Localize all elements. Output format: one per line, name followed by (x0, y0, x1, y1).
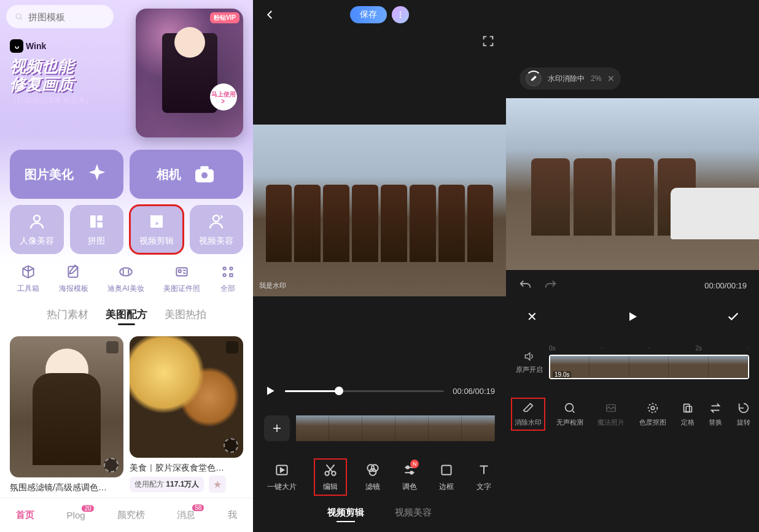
favorite-button[interactable]: ★ (209, 476, 226, 493)
tool-magic-photo[interactable]: 魔法照片 (597, 401, 625, 427)
tool-row: 人像美容 拼图 视频剪辑 视频美容 (0, 205, 253, 260)
feed-card[interactable]: 氛围感滤镜/高级感调色… (10, 336, 123, 493)
id-photo-button[interactable]: 美图证件照 (163, 264, 200, 294)
nav-plog[interactable]: Plog20 (67, 510, 85, 520)
promo-subtitle: （打造动态清晰·氛围美） (10, 95, 93, 106)
hero-banner: ᴗ Wink 视频也能 修复画质 （打造动态清晰·氛围美） 粉钻VIP 马上使用 (0, 9, 253, 113)
svg-point-35 (565, 404, 573, 412)
svg-point-38 (651, 406, 655, 410)
tool-border[interactable]: 边框 (438, 462, 454, 492)
clip-strip[interactable] (549, 355, 749, 379)
sound-icon (523, 350, 535, 363)
tool-edit[interactable]: 编辑 (317, 462, 343, 492)
save-button[interactable]: 保存 (350, 6, 387, 23)
vip-badge: 粉钻VIP (210, 12, 239, 23)
toolbox-button[interactable]: 工具箱 (17, 264, 39, 294)
edit-icon (66, 264, 82, 280)
svg-point-31 (407, 466, 409, 469)
svg-marker-25 (281, 468, 284, 472)
cancel-watermark-button[interactable]: ✕ (607, 74, 615, 83)
redo-icon[interactable] (544, 279, 558, 292)
promo-title-1: 视频也能 (10, 58, 93, 75)
video-beauty-icon (207, 212, 225, 231)
tool-filter[interactable]: 滤镜 (365, 462, 381, 492)
collage-button[interactable]: 拼图 (70, 205, 124, 254)
svg-rect-9 (150, 215, 163, 218)
magic-photo-icon (604, 401, 618, 415)
use-recipe-button[interactable]: 使用配方 117.1万人 (130, 477, 204, 492)
video-preview[interactable]: 我是水印 (253, 48, 506, 372)
status-percent: 2% (591, 74, 601, 83)
dior-ai-button[interactable]: 迪奥AI美妆 (107, 264, 144, 294)
svg-point-3 (201, 172, 208, 179)
tab-hot-material[interactable]: 热门素材 (47, 307, 88, 325)
plus-icon (271, 423, 282, 434)
clip-strip[interactable] (296, 415, 495, 441)
feed-title: 氛围感滤镜/高级感调色… (10, 482, 123, 493)
portrait-beauty-button[interactable]: 人像美容 (10, 205, 64, 254)
nav-messages[interactable]: 消息58 (177, 509, 195, 521)
tool-silent-detect[interactable]: 无声检测 (556, 401, 583, 427)
add-clip-button[interactable] (264, 415, 290, 441)
cube-icon (20, 264, 36, 280)
status-text: 水印消除中 (548, 74, 585, 84)
progress-slider[interactable] (285, 390, 444, 392)
video-editor-screen: 保存 我是水印 00:06/00:19 一键大片 编辑 滤镜 N调色 边框 (253, 0, 506, 532)
play-icon[interactable] (264, 385, 276, 397)
tab-recipe[interactable]: 美图配方 (106, 307, 147, 325)
svg-rect-19 (230, 274, 232, 276)
tool-chroma-key[interactable]: 色度抠图 (639, 401, 666, 427)
chroma-icon (646, 401, 660, 415)
nav-home[interactable]: 首页 (16, 509, 34, 521)
sound-toggle[interactable]: 原声开启 (516, 350, 543, 374)
tool-remove-watermark[interactable]: 消除水印 (515, 401, 542, 427)
undo-icon[interactable] (518, 279, 532, 292)
playback-bar: 00:06/00:19 (253, 372, 506, 409)
wink-logo-icon: ᴗ (10, 39, 23, 53)
video-beauty-button[interactable]: 视频美容 (190, 205, 244, 254)
tool-rotate[interactable]: 旋转 (737, 401, 750, 427)
small-tools-row: 工具箱 海报模板 迪奥AI美妆 美图证件照 全部 (0, 260, 253, 301)
beautify-button[interactable]: 图片美化 (10, 150, 123, 199)
feed-image (10, 336, 123, 477)
chevron-right-icon (220, 99, 227, 104)
tool-oneclick[interactable]: 一键大片 (267, 462, 297, 492)
camera-button[interactable]: 相机 (130, 150, 243, 199)
nav-me[interactable]: 我 (228, 509, 237, 521)
watermark-toolbar: 消除水印 无声检测 魔法照片 色度抠图 定格 替换 旋转 (506, 398, 759, 437)
tab-hot-shoot[interactable]: 美图热拍 (165, 307, 206, 325)
svg-point-13 (120, 268, 132, 276)
svg-point-37 (648, 404, 658, 413)
tool-freeze[interactable]: 定格 (681, 401, 695, 427)
svg-rect-4 (200, 166, 208, 171)
fullscreen-icon[interactable] (481, 34, 495, 48)
poster-button[interactable]: 海报模板 (59, 264, 88, 294)
subtab-video-edit[interactable]: 视频剪辑 (327, 507, 364, 522)
tool-text[interactable]: 文字 (476, 462, 492, 492)
timeline-ruler[interactable]: 0s··2s· 19.0s (549, 345, 749, 379)
close-button[interactable]: ✕ (524, 309, 539, 324)
play-icon[interactable] (625, 309, 640, 324)
confirm-button[interactable] (726, 309, 741, 324)
subtab-video-beauty[interactable]: 视频美容 (395, 507, 432, 522)
tool-color[interactable]: N调色 (402, 462, 418, 492)
all-button[interactable]: 全部 (220, 264, 236, 294)
feed-card[interactable]: 美食｜胶片深夜食堂色… 使用配方 117.1万人 ★ (130, 336, 243, 493)
feed-image (130, 336, 243, 458)
back-button[interactable] (262, 6, 279, 23)
more-button[interactable] (392, 6, 409, 23)
svg-point-21 (400, 14, 401, 15)
tool-replace[interactable]: 替换 (709, 401, 722, 427)
progress-knob[interactable] (335, 387, 343, 395)
sparkle-icon (85, 162, 109, 187)
svg-point-16 (223, 267, 225, 269)
film-play-icon (274, 462, 290, 478)
use-now-button[interactable]: 马上使用 (210, 83, 237, 110)
editor-toolbar: 一键大片 编辑 滤镜 N调色 边框 文字 (253, 447, 506, 501)
nav-rank[interactable]: 颜究榜 (117, 509, 145, 521)
video-preview[interactable] (506, 98, 759, 270)
svg-point-20 (400, 12, 401, 13)
svg-point-18 (223, 274, 225, 276)
promo-card[interactable]: 粉钻VIP 马上使用 (136, 9, 243, 137)
video-edit-button[interactable]: 视频剪辑 (130, 205, 184, 254)
